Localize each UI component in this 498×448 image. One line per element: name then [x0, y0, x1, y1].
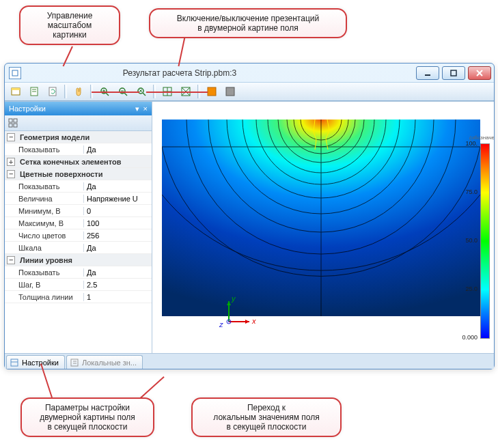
field-canvas	[162, 120, 480, 316]
svg-rect-28	[208, 87, 216, 96]
settings-panel-title: Настройки	[9, 104, 46, 113]
toolbar	[5, 82, 494, 101]
tool-fill-gray-icon[interactable]	[222, 83, 238, 100]
hint-zoom: Управление масштабом картинки	[19, 5, 120, 45]
minimize-button[interactable]	[416, 66, 439, 80]
colorbar-tick: 75.0	[465, 188, 478, 195]
svg-rect-0	[12, 70, 18, 76]
prop-lines-thick[interactable]: Толщина линии1	[5, 291, 152, 303]
svg-line-12	[106, 93, 109, 96]
tool-open-icon[interactable]	[8, 83, 24, 100]
hint-text: Включение/выключение презентаций в двуме…	[177, 14, 319, 33]
tab-label: Локальные зн...	[82, 359, 137, 367]
app-icon	[9, 67, 21, 79]
hint-text: Управление масштабом картинки	[47, 11, 93, 40]
tab-local-values[interactable]: Локальные зн...	[66, 355, 143, 369]
group-geometry[interactable]: −Геометрия модели	[5, 131, 152, 143]
svg-rect-49	[71, 359, 78, 366]
svg-line-19	[143, 93, 146, 96]
svg-rect-6	[12, 88, 20, 90]
panel-close-icon[interactable]: ×	[143, 104, 148, 113]
svg-rect-30	[9, 119, 12, 122]
pin-icon[interactable]: ▾	[135, 104, 139, 113]
group-surfaces[interactable]: −Цветные поверхности	[5, 168, 152, 180]
tab-settings[interactable]: Настройки	[6, 355, 65, 369]
tool-page-icon[interactable]	[26, 83, 42, 100]
hint-presentations: Включение/выключение презентаций в двуме…	[149, 8, 347, 38]
window-title: Результат расчета Strip.pbm:3	[25, 68, 416, 78]
hint-settings: Параметры настройки двумерной картины по…	[20, 397, 154, 437]
property-grid[interactable]: −Геометрия модели ПоказыватьДа +Сетка ко…	[5, 131, 152, 353]
svg-point-45	[228, 321, 230, 322]
colorbar: (обозначение) 100. 75.0 50.0 25.0 0.000	[469, 135, 490, 339]
hint-text: Параметры настройки двумерной картины по…	[40, 403, 135, 432]
settings-panel-header[interactable]: Настройки ▾ ×	[5, 102, 152, 115]
titlebar[interactable]: Результат расчета Strip.pbm:3	[5, 64, 494, 82]
hint-local: Переход к локальным значениям поля в сек…	[191, 397, 342, 437]
prop-surf-ncol[interactable]: Число цветов256	[5, 229, 152, 242]
tool-hand-icon[interactable]	[70, 83, 87, 100]
prop-geom-show[interactable]: ПоказыватьДа	[5, 143, 152, 156]
svg-text:x: x	[251, 317, 256, 325]
svg-rect-32	[9, 124, 12, 127]
colorbar-tick: 50.0	[465, 237, 478, 244]
colorbar-gradient	[480, 143, 490, 339]
property-toolbar	[5, 115, 152, 131]
result-window: Результат расчета Strip.pbm:3 Настройки	[4, 63, 495, 369]
svg-text:z: z	[219, 320, 223, 328]
prop-surf-qty[interactable]: ВеличинаНапряжение U	[5, 193, 152, 205]
svg-marker-39	[245, 320, 249, 324]
svg-rect-31	[14, 119, 17, 122]
close-button[interactable]	[468, 66, 491, 80]
svg-marker-42	[227, 301, 231, 305]
group-mesh[interactable]: +Сетка конечных элементов	[5, 156, 152, 168]
prop-surf-max[interactable]: Максимум, В100	[5, 217, 152, 229]
svg-text:y: y	[231, 294, 236, 303]
bottom-tabs: Настройки Локальные зн...	[5, 353, 494, 369]
svg-rect-47	[11, 359, 18, 366]
prop-surf-scale[interactable]: ШкалаДа	[5, 242, 152, 254]
prop-lines-step[interactable]: Шаг, В2.5	[5, 279, 152, 291]
field-viewport[interactable]: x y z (обозначение) 100. 75.0 50.0 25.0 …	[152, 102, 494, 353]
axis-triad: x y z	[215, 288, 263, 335]
svg-line-16	[124, 93, 127, 96]
prop-surf-show[interactable]: ПоказыватьДа	[5, 180, 152, 193]
prop-lines-show[interactable]: ПоказыватьДа	[5, 266, 152, 279]
hint-text: Переход к локальным значениям поля в сек…	[213, 403, 319, 432]
svg-rect-29	[226, 87, 234, 96]
svg-rect-33	[14, 124, 17, 127]
settings-panel: Настройки ▾ × −Геометрия модели Показыва…	[5, 102, 152, 353]
colorbar-tick: 100.	[465, 140, 478, 147]
group-contours[interactable]: −Линии уровня	[5, 254, 152, 266]
categorize-icon[interactable]	[8, 117, 18, 128]
tool-refresh-icon[interactable]	[44, 83, 61, 100]
svg-rect-2	[451, 70, 456, 76]
prop-surf-min[interactable]: Минимум, В0	[5, 205, 152, 217]
colorbar-tick: 0.000	[462, 334, 478, 341]
colorbar-tick: 25.0	[465, 285, 478, 292]
maximize-button[interactable]	[442, 66, 465, 80]
